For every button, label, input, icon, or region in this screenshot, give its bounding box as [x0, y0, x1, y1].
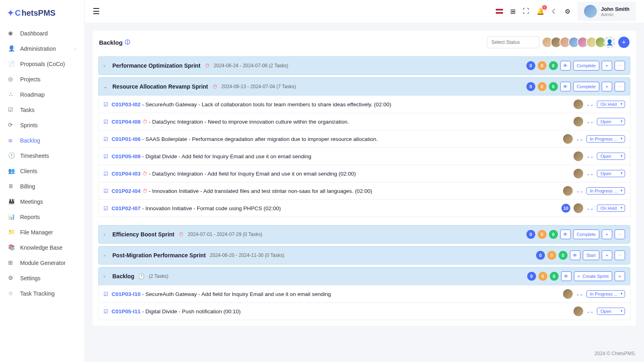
task-code[interactable]: C01P03-I02 — [112, 101, 141, 108]
sidebar-item-billing[interactable]: 🗎Billing — [0, 179, 84, 194]
more-button[interactable]: ⋯ — [615, 61, 625, 70]
priority-icon[interactable]: ⌄⌄ — [586, 171, 594, 176]
status-select[interactable]: Open — [597, 153, 625, 160]
status-select[interactable]: On Hold — [597, 101, 625, 108]
menu-toggle-icon[interactable]: ☰ — [93, 7, 100, 16]
sprint-meta: 2024-06-24 - 2024-07-08 (2 Tasks) — [214, 63, 288, 68]
task-code[interactable]: C01P01-I06 — [112, 136, 141, 142]
expand-icon[interactable]: ⌄ — [104, 84, 108, 89]
sidebar-item-knowledge-base[interactable]: 📚Knowledge Base — [0, 240, 84, 255]
priority-icon[interactable]: ⌄⌄ — [576, 292, 583, 297]
sprint-action-button[interactable]: Start — [583, 250, 599, 260]
task-code[interactable]: C01P02-I04 — [112, 188, 141, 194]
sidebar-item-reports[interactable]: 📊Reports — [0, 209, 84, 225]
assignee-avatar[interactable] — [574, 99, 583, 109]
apps-icon[interactable]: ⊞ — [510, 8, 516, 15]
status-select[interactable]: In Progress ... — [586, 187, 625, 194]
fullscreen-icon[interactable]: ⛶ — [523, 8, 529, 15]
logo[interactable]: ✦ ChetsPMS — [0, 5, 84, 26]
assignee-avatar[interactable] — [563, 134, 573, 144]
info-icon[interactable]: ⓘ — [125, 39, 130, 46]
sidebar-item-administration[interactable]: 👤Administration› — [0, 41, 84, 56]
dark-mode-icon[interactable]: ☾ — [552, 8, 557, 15]
priority-icon[interactable]: ⌄⌄ — [576, 137, 583, 142]
assignee-avatar[interactable] — [563, 289, 573, 299]
add-button[interactable]: + — [602, 250, 612, 260]
assignee-avatar[interactable] — [574, 203, 583, 213]
status-select[interactable]: Open — [597, 118, 625, 125]
task-code[interactable]: C01P05-I11 — [112, 308, 141, 314]
add-button[interactable]: + — [602, 230, 612, 239]
assignee-avatar[interactable] — [574, 169, 583, 178]
status-select[interactable]: Open — [597, 308, 625, 315]
task-code[interactable]: C01P02-I07 — [112, 205, 141, 211]
status-select[interactable]: Open — [597, 170, 625, 177]
status-select[interactable]: On Hold — [597, 205, 625, 212]
sidebar-item-backlog[interactable]: ≣Backlog — [0, 133, 84, 148]
team-avatars[interactable]: 👤 — [544, 37, 615, 48]
count-badge: 0 — [559, 251, 567, 260]
assignee-avatar[interactable] — [574, 306, 583, 316]
assignee-avatar[interactable] — [574, 117, 583, 126]
sprint-action-button[interactable]: Complete — [573, 230, 599, 239]
sprint-action-button[interactable]: Complete — [573, 82, 599, 91]
priority-icon[interactable]: ⌄⌄ — [586, 206, 594, 211]
view-button[interactable]: 👁 — [560, 61, 571, 70]
sidebar-item-timesheets[interactable]: 🕐Timesheets — [0, 148, 84, 163]
sidebar-item-projects[interactable]: ◎Projects — [0, 72, 84, 87]
add-button[interactable]: + — [602, 82, 612, 91]
priority-icon[interactable]: ⌄⌄ — [576, 188, 583, 194]
expand-icon[interactable]: › — [104, 274, 108, 279]
sidebar-item-clients[interactable]: 👥Clients — [0, 163, 84, 179]
add-button[interactable]: + — [602, 61, 612, 70]
sprint-action-button[interactable]: Complete — [573, 61, 599, 70]
bell-icon[interactable]: 🔔0 — [536, 8, 545, 15]
sidebar-item-file-manager[interactable]: 📁File Manager — [0, 225, 84, 240]
priority-icon[interactable]: ⌄⌄ — [586, 309, 594, 314]
flag-icon[interactable] — [496, 9, 503, 14]
more-button[interactable]: ⋯ — [615, 230, 625, 239]
expand-icon[interactable]: › — [104, 253, 108, 258]
view-button[interactable]: 👁 — [570, 250, 580, 260]
more-button[interactable]: ⋯ — [615, 250, 625, 260]
settings-icon[interactable]: ⚙ — [565, 8, 570, 15]
view-button[interactable]: 👁 — [560, 82, 571, 91]
sidebar-item-roadmap[interactable]: ⛬Roadmap — [0, 87, 84, 102]
more-button[interactable]: ⋯ — [615, 82, 625, 91]
sidebar-item-meetings[interactable]: 👪Meetings — [0, 194, 84, 209]
nav-label: Roadmap — [20, 91, 45, 98]
main: ☰ ⊞ ⛶ 🔔0 ☾ ⚙ John Smith Admin Backlog — [85, 0, 644, 362]
sidebar-item-dashboard[interactable]: ◉Dashboard — [0, 26, 84, 41]
priority-icon[interactable]: ⌄⌄ — [586, 154, 594, 159]
sidebar-item-sprints[interactable]: ⟳Sprints — [0, 118, 84, 133]
create-sprint-button[interactable]: + Create Sprint — [574, 271, 612, 281]
chevron-right-icon: › — [75, 46, 76, 51]
task-code[interactable]: C01P03-I10 — [112, 291, 141, 297]
status-select[interactable]: In Progress ... — [586, 290, 625, 298]
sidebar: ✦ ChetsPMS ◉Dashboard👤Administration›📄Pr… — [0, 0, 85, 362]
priority-icon[interactable]: ⌄⌄ — [586, 102, 594, 107]
assignee-avatar[interactable] — [563, 186, 573, 196]
sidebar-item-task-tracking[interactable]: ☆Task Tracking — [0, 286, 84, 301]
user-menu[interactable]: John Smith Admin — [578, 2, 636, 21]
task-code[interactable]: C01P05-I09 — [112, 153, 141, 159]
view-button[interactable]: 👁 — [560, 230, 571, 239]
sidebar-item-module-generator[interactable]: ⊞Module Generator — [0, 255, 84, 271]
nav-icon: 📚 — [8, 244, 15, 251]
add-member-button[interactable]: + — [618, 37, 630, 48]
task-code[interactable]: C01P04-I03 — [112, 171, 141, 177]
status-select[interactable]: In Progress ... — [586, 135, 625, 143]
view-button[interactable]: 👁 — [561, 271, 572, 281]
status-select[interactable] — [487, 36, 539, 48]
sidebar-item-proposals-coco-[interactable]: 📄Proposals (CoCo) — [0, 56, 84, 72]
assignee-avatar[interactable] — [574, 151, 583, 161]
expand-icon[interactable]: › — [104, 232, 108, 237]
sprint-meta: (2 Tasks) — [149, 273, 168, 279]
add-button[interactable]: + — [615, 271, 625, 281]
priority-icon[interactable]: ⌄⌄ — [586, 119, 594, 124]
avatar-more[interactable]: 👤 — [604, 37, 615, 48]
sidebar-item-tasks[interactable]: ☑Tasks — [0, 102, 84, 118]
expand-icon[interactable]: › — [104, 63, 108, 68]
sidebar-item-settings[interactable]: ⚙Settings — [0, 271, 84, 286]
task-code[interactable]: C01P04-I08 — [112, 119, 141, 125]
